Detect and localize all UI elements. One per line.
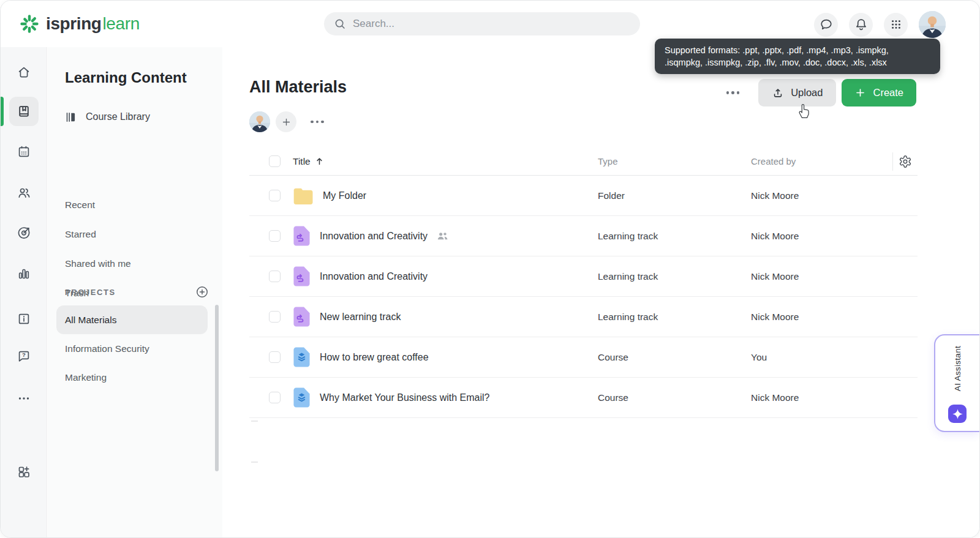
- sidebar-item-shared-with-me[interactable]: Shared with me: [48, 249, 222, 278]
- apps-grid-icon: [889, 18, 903, 31]
- rail-item-reports[interactable]: [9, 259, 39, 288]
- item-title[interactable]: My Folder: [323, 190, 366, 201]
- projects-header: PROJECTS: [65, 285, 209, 299]
- folder-owners: [249, 111, 328, 132]
- select-all-checkbox[interactable]: [269, 155, 281, 167]
- sidebar-item-recent[interactable]: Recent: [48, 190, 222, 220]
- upload-button[interactable]: Upload: [758, 79, 836, 106]
- owner-avatar[interactable]: [249, 111, 270, 132]
- ai-assistant-tab[interactable]: AI Assistant: [934, 334, 979, 432]
- table-row[interactable]: Innovation and Creativity Learning track…: [249, 256, 918, 297]
- item-title[interactable]: Why Market Your Business with Email?: [320, 392, 489, 403]
- course-icon: [293, 387, 311, 408]
- table-row[interactable]: New learning track Learning track Nick M…: [249, 297, 918, 337]
- projects-label: PROJECTS: [65, 288, 116, 297]
- search-input[interactable]: [353, 18, 631, 30]
- sidebar: Learning Content Course Library RecentSt…: [48, 47, 222, 537]
- sidebar-scrollbar[interactable]: [215, 305, 219, 471]
- notifications-bell-icon: [854, 17, 869, 32]
- owners-more-button[interactable]: [307, 117, 328, 127]
- svg-text:?: ?: [22, 351, 26, 358]
- notifications-button[interactable]: [849, 13, 873, 37]
- table-row[interactable]: Why Market Your Business with Email? Cou…: [249, 378, 918, 418]
- item-title[interactable]: Innovation and Creativity: [320, 231, 428, 242]
- learning-track-icon: [293, 225, 311, 247]
- upload-label: Upload: [791, 87, 823, 99]
- more-icon: [17, 391, 31, 406]
- course-library-icon: [65, 111, 78, 124]
- project-item-marketing[interactable]: Marketing: [48, 363, 222, 392]
- plus-icon: [281, 117, 292, 127]
- icon-rail: ?: [1, 47, 47, 537]
- sidebar-item-starred[interactable]: Starred: [48, 220, 222, 249]
- rail-item-support[interactable]: ?: [9, 342, 39, 371]
- table-row[interactable]: My Folder Folder Nick Moore: [249, 176, 918, 216]
- sort-ascending-icon: [315, 157, 324, 166]
- user-avatar[interactable]: [919, 11, 946, 38]
- row-checkbox[interactable]: [269, 351, 281, 363]
- rail-item-learning-content[interactable]: [9, 97, 39, 126]
- rail-item-knowledge-base[interactable]: [9, 304, 39, 334]
- course-library-label: Course Library: [86, 111, 150, 122]
- shared-with-icon: [437, 231, 448, 241]
- row-checkbox[interactable]: [269, 230, 281, 242]
- support-icon: ?: [17, 349, 31, 364]
- upload-formats-tooltip: Supported formats: .ppt, .pptx, .pdf, .m…: [655, 39, 940, 74]
- reports-chart-icon: [17, 266, 31, 281]
- materials-table: Title Type Created by: [249, 148, 918, 418]
- row-checkbox[interactable]: [269, 271, 281, 282]
- row-checkbox[interactable]: [269, 392, 281, 403]
- sidebar-title: Learning Content: [65, 69, 187, 86]
- column-title-sort[interactable]: Title: [293, 156, 598, 167]
- table-body: My Folder Folder Nick Moore Innovation a…: [249, 176, 918, 418]
- gear-icon: [899, 155, 912, 168]
- upload-icon: [772, 87, 784, 99]
- rail-item-more[interactable]: [9, 384, 39, 413]
- course-icon: [293, 346, 311, 368]
- create-button[interactable]: Create: [842, 79, 916, 106]
- people-icon: [17, 185, 31, 200]
- placeholder-dash: [251, 461, 258, 463]
- column-created-by-label: Created by: [751, 156, 892, 166]
- search-icon: [333, 17, 347, 31]
- sidebar-item-course-library[interactable]: Course Library: [65, 108, 150, 125]
- project-item-all-materials[interactable]: All Materials: [56, 305, 208, 334]
- item-created-by: Nick Moore: [751, 271, 892, 282]
- table-header: Title Type Created by: [249, 148, 918, 176]
- row-checkbox[interactable]: [269, 190, 281, 201]
- global-search[interactable]: [324, 12, 640, 35]
- messages-icon: [819, 17, 834, 32]
- calendar-icon: [17, 144, 31, 159]
- apps-grid-button[interactable]: [884, 13, 908, 37]
- item-created-by: Nick Moore: [751, 231, 892, 242]
- goals-icon: [17, 225, 31, 240]
- rail-item-goals[interactable]: [9, 218, 39, 247]
- ispring-logo[interactable]: ispringlearn: [19, 13, 140, 34]
- table-settings-button[interactable]: [892, 152, 918, 171]
- main-content: All Materials Upload: [222, 47, 979, 537]
- messages-button[interactable]: [814, 13, 838, 37]
- page-more-button[interactable]: [723, 88, 744, 98]
- item-type: Course: [598, 392, 751, 403]
- rail-item-calendar[interactable]: [9, 137, 39, 166]
- row-checkbox[interactable]: [269, 311, 281, 323]
- rail-item-people[interactable]: [9, 178, 39, 207]
- item-title[interactable]: Innovation and Creativity: [320, 271, 428, 282]
- add-owner-button[interactable]: [276, 111, 296, 132]
- folder-icon: [293, 187, 314, 204]
- item-type: Learning track: [598, 271, 751, 282]
- rail-item-apps[interactable]: [9, 457, 39, 487]
- logo-brand-text: ispring: [46, 14, 102, 33]
- table-row[interactable]: How to brew great coffee Course You: [249, 337, 918, 378]
- item-title[interactable]: New learning track: [320, 312, 401, 323]
- rail-item-home[interactable]: [9, 58, 39, 87]
- project-item-information-security[interactable]: Information Security: [48, 334, 222, 363]
- add-project-button[interactable]: [195, 285, 209, 299]
- learning-track-icon: [293, 306, 311, 327]
- apps-icon: [17, 465, 31, 479]
- item-created-by: Nick Moore: [751, 312, 892, 323]
- item-created-by: Nick Moore: [751, 392, 892, 403]
- item-created-by: You: [751, 352, 892, 363]
- item-title[interactable]: How to brew great coffee: [320, 352, 429, 363]
- table-row[interactable]: Innovation and Creativity Learning track…: [249, 216, 918, 256]
